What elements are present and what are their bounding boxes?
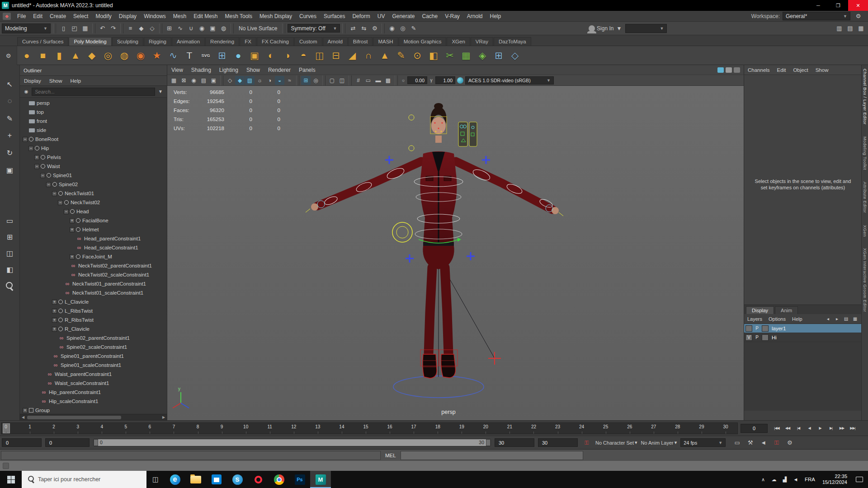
layer-playback-toggle[interactable]: P: [754, 334, 760, 341]
workspace-select[interactable]: General* ▼: [783, 12, 850, 20]
new-empty-layer-icon[interactable]: ▤: [842, 315, 850, 323]
layer-visibility-toggle[interactable]: [745, 325, 752, 332]
scrollbar-thumb[interactable]: [27, 416, 121, 419]
shelf-tab-sculpting[interactable]: Sculpting: [112, 37, 143, 46]
open-scene-icon[interactable]: ◰: [69, 23, 80, 33]
tray-icon-1[interactable]: ∧: [758, 477, 769, 483]
step-back-key-button[interactable]: |◀: [793, 423, 804, 433]
viewport-grid-icon[interactable]: [734, 67, 740, 73]
play-backwards-button[interactable]: ◀: [804, 423, 815, 433]
shelf-gear-icon[interactable]: ⚙: [3, 51, 14, 61]
auto-keyframe-icon[interactable]: ⚿: [771, 438, 782, 448]
locator-cross[interactable]: [488, 352, 501, 365]
sidebar-tab-xgen-interactive-groom-editor[interactable]: XGen Interactive Groom Editor: [863, 248, 868, 312]
selected-shoes-wireframe[interactable]: [420, 350, 458, 378]
bridge-icon[interactable]: ∩: [361, 48, 376, 63]
command-result-field[interactable]: [401, 451, 583, 460]
outliner-item-facialbone[interactable]: +FacialBone: [20, 216, 167, 225]
toggle-channel-box-icon[interactable]: ▦: [856, 23, 866, 33]
outliner-item-front[interactable]: front: [20, 117, 167, 126]
fps-select[interactable]: 24 fps ▼: [680, 438, 726, 447]
render-current-frame-icon[interactable]: ◉: [387, 23, 397, 33]
shelf-tab-rigging[interactable]: Rigging: [144, 37, 171, 46]
outliner-item-waist[interactable]: −Waist: [20, 162, 167, 171]
layer-menu-help[interactable]: Help: [789, 316, 806, 322]
channel-menu-show[interactable]: Show: [812, 65, 832, 75]
menu-file[interactable]: File: [14, 11, 29, 21]
tray-icon-2[interactable]: ☁: [769, 477, 779, 483]
menu-set-select[interactable]: Modeling ▼: [2, 23, 51, 33]
layer-playback-toggle[interactable]: P: [754, 325, 760, 332]
combine-icon[interactable]: ▣: [247, 48, 262, 63]
outliner-header[interactable]: Outliner: [20, 65, 167, 76]
separate-icon[interactable]: ◫: [312, 48, 327, 63]
close-button[interactable]: ✕: [848, 0, 868, 11]
render-settings-icon[interactable]: ✎: [408, 23, 419, 33]
use-all-lights-icon[interactable]: ☼: [255, 76, 264, 85]
search-input[interactable]: [32, 88, 155, 96]
shelf-tab-curves-surfaces[interactable]: Curves / Surfaces: [17, 37, 68, 46]
unfold-uv-icon[interactable]: ◇: [507, 48, 523, 63]
resolution-gate-icon[interactable]: ▭: [363, 76, 373, 85]
layer-tab-display[interactable]: Display: [746, 306, 774, 314]
expand-icon[interactable]: +: [70, 218, 75, 223]
playback-options-icon[interactable]: ▭: [732, 438, 742, 448]
expand-icon[interactable]: +: [23, 408, 28, 413]
smooth-shade-icon[interactable]: ◆: [235, 76, 245, 85]
animation-start-field[interactable]: 0: [2, 438, 42, 447]
layer-tab-anim[interactable]: Anim: [775, 306, 798, 314]
layer-row-hi[interactable]: VPHi: [744, 333, 862, 342]
animation-end-field[interactable]: 30: [538, 438, 578, 447]
bookmarks-icon[interactable]: ▤: [199, 76, 208, 85]
floor-control-circle[interactable]: [393, 376, 484, 398]
shelf-tab-fx[interactable]: FX: [240, 37, 256, 46]
uv-editor-icon[interactable]: ⊞: [491, 48, 506, 63]
menu-mesh-tools[interactable]: Mesh Tools: [222, 11, 256, 21]
viewport-menu-panels[interactable]: Panels: [295, 65, 320, 75]
ipr-render-icon[interactable]: ◎: [397, 23, 408, 33]
maya-home-icon[interactable]: ◆: [3, 13, 11, 20]
range-slider-track[interactable]: 0 30: [93, 439, 491, 446]
multisample-aa-icon[interactable]: ⊞: [301, 76, 311, 85]
motion-blur-icon[interactable]: ≈: [285, 76, 294, 85]
shelf-tab-bifrost[interactable]: Bifrost: [348, 37, 373, 46]
paint-skin-weights-icon[interactable]: ▦: [458, 48, 474, 63]
channel-menu-object[interactable]: Object: [789, 65, 811, 75]
current-frame-field[interactable]: 0: [741, 424, 768, 433]
mute-sound-icon[interactable]: ◄: [758, 438, 769, 448]
action-center-button[interactable]: [851, 471, 868, 488]
toggle-attribute-editor-icon[interactable]: ▥: [834, 23, 844, 33]
move-layer-up-icon[interactable]: ◂: [824, 315, 832, 323]
outliner-item-top[interactable]: top: [20, 108, 167, 117]
menu-mesh-display[interactable]: Mesh Display: [256, 11, 296, 21]
outliner-item-hip-parentconstraint1[interactable]: ∞Hip_parentConstraint1: [20, 388, 167, 397]
menu-cache[interactable]: Cache: [418, 11, 441, 21]
shelf-tab-xgen[interactable]: XGen: [447, 37, 470, 46]
poly-plane-icon[interactable]: ◆: [84, 48, 99, 63]
type-tool-icon[interactable]: ⊞: [214, 48, 230, 63]
outliner-item-side[interactable]: side: [20, 126, 167, 135]
poly-pipe-icon[interactable]: ◉: [133, 48, 148, 63]
outliner-item-persp[interactable]: persp: [20, 99, 167, 108]
menu-generate[interactable]: Generate: [388, 11, 418, 21]
step-back-frame-button[interactable]: ◀◀: [782, 423, 793, 433]
sculpt-tool-icon[interactable]: ◈: [475, 48, 490, 63]
colorspace-select[interactable]: ACES 1.0 SDR-video (sRGB) ▼: [465, 76, 554, 84]
outliner-item-pelvis[interactable]: +Pelvis: [20, 153, 167, 162]
gamma-field[interactable]: 1.00: [435, 76, 455, 84]
menu-surfaces[interactable]: Surfaces: [320, 11, 349, 21]
layer-menu-options[interactable]: Options: [765, 316, 789, 322]
outliner-item-group[interactable]: +Group: [20, 406, 167, 414]
exposure-field[interactable]: 0.00: [407, 76, 427, 84]
outliner-item-hip[interactable]: −Hip: [20, 144, 167, 153]
outliner-menu-help[interactable]: Help: [66, 76, 85, 85]
outliner-item-r-ribstwist[interactable]: +R_RibsTwist: [20, 315, 167, 324]
playback-start-field[interactable]: 0: [45, 438, 90, 447]
rotate-tool[interactable]: ↻: [4, 146, 16, 159]
language-indicator[interactable]: FRA: [801, 477, 819, 482]
start-button[interactable]: [0, 471, 22, 488]
camera-attributes-icon[interactable]: ◉: [189, 76, 198, 85]
menu-create[interactable]: Create: [46, 11, 70, 21]
boolean-union-icon[interactable]: ◐: [263, 48, 278, 63]
single-pane-layout[interactable]: ▭: [4, 214, 16, 227]
